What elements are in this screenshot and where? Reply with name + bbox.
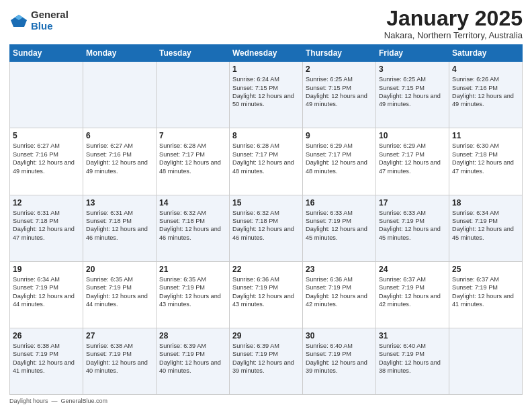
calendar-cell: 6Sunrise: 6:27 AM Sunset: 7:16 PM Daylig… bbox=[83, 128, 157, 195]
header-friday: Friday bbox=[376, 45, 449, 62]
logo-general: General bbox=[31, 9, 69, 20]
day-number: 7 bbox=[159, 131, 226, 140]
day-number: 24 bbox=[379, 265, 446, 274]
footer: Daylight hours — GeneralBlue.com bbox=[9, 398, 523, 404]
day-info: Sunrise: 6:34 AM Sunset: 7:19 PM Dayligh… bbox=[13, 275, 80, 309]
logo-blue: Blue bbox=[31, 20, 53, 32]
day-info: Sunrise: 6:24 AM Sunset: 7:15 PM Dayligh… bbox=[232, 75, 300, 109]
calendar-cell: 30Sunrise: 6:40 AM Sunset: 7:19 PM Dayli… bbox=[303, 328, 376, 394]
day-info: Sunrise: 6:28 AM Sunset: 7:17 PM Dayligh… bbox=[159, 142, 226, 175]
day-info: Sunrise: 6:38 AM Sunset: 7:19 PM Dayligh… bbox=[13, 342, 80, 375]
calendar-cell: 10Sunrise: 6:29 AM Sunset: 7:17 PM Dayli… bbox=[376, 128, 449, 195]
calendar-cell: 26Sunrise: 6:38 AM Sunset: 7:19 PM Dayli… bbox=[10, 328, 83, 394]
day-info: Sunrise: 6:30 AM Sunset: 7:18 PM Dayligh… bbox=[452, 142, 519, 175]
day-info: Sunrise: 6:31 AM Sunset: 7:18 PM Dayligh… bbox=[13, 209, 80, 242]
day-number: 30 bbox=[306, 331, 373, 340]
day-number: 3 bbox=[379, 64, 446, 74]
day-number: 13 bbox=[86, 198, 153, 208]
day-number: 16 bbox=[306, 198, 373, 208]
calendar-cell: 18Sunrise: 6:34 AM Sunset: 7:19 PM Dayli… bbox=[449, 195, 523, 261]
day-info: Sunrise: 6:25 AM Sunset: 7:15 PM Dayligh… bbox=[379, 75, 446, 109]
day-number: 20 bbox=[86, 265, 153, 274]
day-info: Sunrise: 6:36 AM Sunset: 7:19 PM Dayligh… bbox=[306, 275, 373, 309]
calendar-cell bbox=[10, 62, 83, 128]
day-number: 6 bbox=[86, 131, 153, 140]
day-number: 28 bbox=[159, 331, 226, 340]
day-info: Sunrise: 6:27 AM Sunset: 7:16 PM Dayligh… bbox=[86, 142, 153, 175]
calendar-cell bbox=[83, 62, 157, 128]
calendar-cell: 19Sunrise: 6:34 AM Sunset: 7:19 PM Dayli… bbox=[10, 261, 83, 328]
calendar-cell: 3Sunrise: 6:25 AM Sunset: 7:15 PM Daylig… bbox=[376, 62, 449, 128]
day-number: 31 bbox=[379, 331, 446, 340]
calendar-cell: 4Sunrise: 6:26 AM Sunset: 7:16 PM Daylig… bbox=[449, 62, 523, 128]
day-info: Sunrise: 6:39 AM Sunset: 7:19 PM Dayligh… bbox=[159, 342, 226, 375]
day-number: 18 bbox=[452, 198, 519, 208]
day-info: Sunrise: 6:40 AM Sunset: 7:19 PM Dayligh… bbox=[306, 342, 373, 375]
calendar-week-1: 1Sunrise: 6:24 AM Sunset: 7:15 PM Daylig… bbox=[10, 62, 523, 128]
day-info: Sunrise: 6:36 AM Sunset: 7:19 PM Dayligh… bbox=[232, 275, 300, 309]
day-number: 10 bbox=[379, 131, 446, 140]
day-number: 25 bbox=[452, 265, 519, 274]
calendar-cell: 17Sunrise: 6:33 AM Sunset: 7:19 PM Dayli… bbox=[376, 195, 449, 261]
calendar-week-3: 12Sunrise: 6:31 AM Sunset: 7:18 PM Dayli… bbox=[10, 195, 523, 261]
day-number: 27 bbox=[86, 331, 153, 340]
calendar-cell: 21Sunrise: 6:35 AM Sunset: 7:19 PM Dayli… bbox=[157, 261, 230, 328]
day-info: Sunrise: 6:35 AM Sunset: 7:19 PM Dayligh… bbox=[159, 275, 226, 309]
calendar-cell: 16Sunrise: 6:33 AM Sunset: 7:19 PM Dayli… bbox=[303, 195, 376, 261]
day-number: 21 bbox=[159, 265, 226, 274]
day-number: 22 bbox=[232, 265, 300, 274]
day-number: 14 bbox=[159, 198, 226, 208]
day-info: Sunrise: 6:29 AM Sunset: 7:17 PM Dayligh… bbox=[306, 142, 373, 175]
day-number: 1 bbox=[232, 64, 300, 74]
calendar-cell: 28Sunrise: 6:39 AM Sunset: 7:19 PM Dayli… bbox=[157, 328, 230, 394]
calendar-cell: 27Sunrise: 6:38 AM Sunset: 7:19 PM Dayli… bbox=[83, 328, 157, 394]
page: General Blue January 2025 Nakara, Northe… bbox=[0, 0, 532, 411]
day-info: Sunrise: 6:26 AM Sunset: 7:16 PM Dayligh… bbox=[452, 75, 519, 109]
calendar-cell bbox=[449, 328, 523, 394]
calendar-cell: 13Sunrise: 6:31 AM Sunset: 7:18 PM Dayli… bbox=[83, 195, 157, 261]
calendar-cell: 9Sunrise: 6:29 AM Sunset: 7:17 PM Daylig… bbox=[303, 128, 376, 195]
day-info: Sunrise: 6:32 AM Sunset: 7:18 PM Dayligh… bbox=[159, 209, 226, 242]
day-info: Sunrise: 6:33 AM Sunset: 7:19 PM Dayligh… bbox=[379, 209, 446, 242]
day-info: Sunrise: 6:27 AM Sunset: 7:16 PM Dayligh… bbox=[13, 142, 80, 175]
day-info: Sunrise: 6:29 AM Sunset: 7:17 PM Dayligh… bbox=[379, 142, 446, 175]
day-number: 29 bbox=[232, 331, 300, 340]
day-number: 26 bbox=[13, 331, 80, 340]
calendar-cell: 12Sunrise: 6:31 AM Sunset: 7:18 PM Dayli… bbox=[10, 195, 83, 261]
header-thursday: Thursday bbox=[303, 45, 376, 62]
day-number: 23 bbox=[306, 265, 373, 274]
logo-text: General Blue bbox=[31, 9, 69, 32]
header-wednesday: Wednesday bbox=[230, 45, 303, 62]
calendar-cell: 24Sunrise: 6:37 AM Sunset: 7:19 PM Dayli… bbox=[376, 261, 449, 328]
day-info: Sunrise: 6:33 AM Sunset: 7:19 PM Dayligh… bbox=[306, 209, 373, 242]
calendar-cell: 31Sunrise: 6:40 AM Sunset: 7:19 PM Dayli… bbox=[376, 328, 449, 394]
calendar-cell: 25Sunrise: 6:37 AM Sunset: 7:19 PM Dayli… bbox=[449, 261, 523, 328]
logo-icon bbox=[9, 13, 28, 28]
day-info: Sunrise: 6:40 AM Sunset: 7:19 PM Dayligh… bbox=[379, 342, 446, 375]
calendar-cell: 5Sunrise: 6:27 AM Sunset: 7:16 PM Daylig… bbox=[10, 128, 83, 195]
day-number: 5 bbox=[13, 131, 80, 140]
calendar-cell bbox=[157, 62, 230, 128]
calendar-cell: 29Sunrise: 6:39 AM Sunset: 7:19 PM Dayli… bbox=[230, 328, 303, 394]
calendar-table: SundayMondayTuesdayWednesdayThursdayFrid… bbox=[9, 44, 523, 395]
location-subtitle: Nakara, Northern Territory, Australia bbox=[384, 30, 523, 40]
calendar-week-4: 19Sunrise: 6:34 AM Sunset: 7:19 PM Dayli… bbox=[10, 261, 523, 328]
day-info: Sunrise: 6:35 AM Sunset: 7:19 PM Dayligh… bbox=[86, 275, 153, 309]
calendar-cell: 22Sunrise: 6:36 AM Sunset: 7:19 PM Dayli… bbox=[230, 261, 303, 328]
day-info: Sunrise: 6:38 AM Sunset: 7:19 PM Dayligh… bbox=[86, 342, 153, 375]
day-number: 9 bbox=[306, 131, 373, 140]
calendar-cell: 1Sunrise: 6:24 AM Sunset: 7:15 PM Daylig… bbox=[230, 62, 303, 128]
calendar-week-2: 5Sunrise: 6:27 AM Sunset: 7:16 PM Daylig… bbox=[10, 128, 523, 195]
header: General Blue January 2025 Nakara, Northe… bbox=[9, 7, 523, 40]
day-info: Sunrise: 6:31 AM Sunset: 7:18 PM Dayligh… bbox=[86, 209, 153, 242]
day-number: 19 bbox=[13, 265, 80, 274]
calendar-cell: 23Sunrise: 6:36 AM Sunset: 7:19 PM Dayli… bbox=[303, 261, 376, 328]
calendar-cell: 14Sunrise: 6:32 AM Sunset: 7:18 PM Dayli… bbox=[157, 195, 230, 261]
day-number: 12 bbox=[13, 198, 80, 208]
header-sunday: Sunday bbox=[10, 45, 83, 62]
day-number: 17 bbox=[379, 198, 446, 208]
calendar-cell: 7Sunrise: 6:28 AM Sunset: 7:17 PM Daylig… bbox=[157, 128, 230, 195]
day-number: 2 bbox=[306, 64, 373, 74]
day-number: 15 bbox=[232, 198, 300, 208]
calendar-cell: 20Sunrise: 6:35 AM Sunset: 7:19 PM Dayli… bbox=[83, 261, 157, 328]
